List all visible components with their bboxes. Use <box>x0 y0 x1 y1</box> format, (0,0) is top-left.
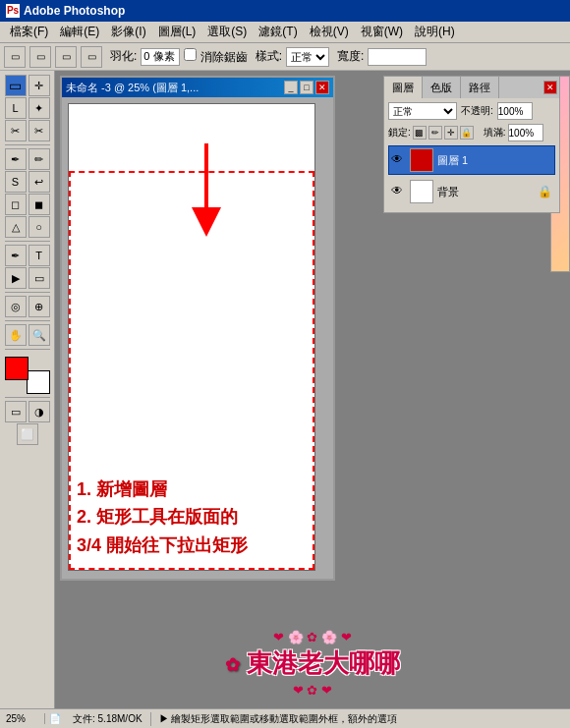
logo-decoration-bottom: ❤ ✿ ❤ <box>225 683 401 698</box>
tool-lasso[interactable]: L <box>5 97 27 119</box>
tool-brush[interactable]: ✏ <box>28 148 50 170</box>
lock-transparent[interactable]: ▩ <box>413 126 427 140</box>
foreground-color[interactable] <box>5 357 28 380</box>
toolbar-separator5 <box>5 349 50 350</box>
options-tool-btn3[interactable]: ▭ <box>55 46 77 68</box>
lock-move[interactable]: ✛ <box>444 126 458 140</box>
instruction-line1: 1. 新增圖層 <box>77 476 307 504</box>
svg-marker-1 <box>192 207 221 237</box>
tool-move[interactable]: ✛ <box>28 75 50 96</box>
width-input[interactable] <box>368 48 427 66</box>
color-swatches <box>5 357 50 394</box>
tool-screen-mode[interactable]: ⬜ <box>17 423 38 445</box>
maximize-button[interactable]: □ <box>300 81 314 94</box>
layer-visibility-1[interactable]: 👁 <box>391 184 407 199</box>
app-title: Adobe Photoshop <box>24 4 125 18</box>
layers-tabs: 圖層 色版 路徑 ✕ <box>384 77 559 98</box>
canvas: 1. 新增圖層 2. 矩形工具在版面的 3/4 開始往下拉出矩形 <box>68 103 315 571</box>
style-label: 樣式: <box>256 48 282 65</box>
menu-filter[interactable]: 濾鏡(T) <box>253 22 303 42</box>
tool-marquee-rect[interactable]: ▭ <box>5 75 27 96</box>
toolbar-separator1 <box>5 144 50 145</box>
menu-help[interactable]: 說明(H) <box>409 22 461 42</box>
tool-dodge[interactable]: ○ <box>28 216 50 238</box>
logo-container: ❤ 🌸 ✿ 🌸 ❤ ✿ 東港老大哪哪 ❤ ✿ ❤ <box>225 630 401 698</box>
layers-close-button[interactable]: ✕ <box>543 81 557 94</box>
tool-path-select[interactable]: ▶ <box>5 267 27 289</box>
doc-content: 1. 新增圖層 2. 矩形工具在版面的 3/4 開始往下拉出矩形 <box>62 97 333 579</box>
tool-slice[interactable]: ✂ <box>28 120 50 141</box>
menu-view[interactable]: 檢視(V) <box>304 22 355 42</box>
file-icon: 📄 <box>45 713 65 724</box>
tool-gradient[interactable]: ◼ <box>28 194 50 215</box>
blend-mode-select[interactable]: 正常 <box>388 102 457 120</box>
style-select[interactable]: 正常 <box>286 47 329 67</box>
tab-channels[interactable]: 色版 <box>423 77 461 98</box>
doc-titlebar: 未命名 -3 @ 25% (圖層 1,... _ □ ✕ <box>62 78 333 97</box>
lock-paint[interactable]: ✏ <box>428 126 442 140</box>
toolbar-separator4 <box>5 320 50 321</box>
opacity-input[interactable] <box>497 102 533 120</box>
layer-visibility-0[interactable]: 👁 <box>391 152 407 168</box>
status-message: ▶ 繪製矩形選取範圍或移動選取範圍外框，額外的選項 <box>151 712 564 726</box>
tool-shape[interactable]: ▭ <box>28 267 50 289</box>
width-label: 寬度: <box>337 48 364 65</box>
file-info: 文件: 5.18M/OK <box>65 712 151 726</box>
menu-file[interactable]: 檔案(F) <box>4 22 54 42</box>
instruction-text: 1. 新增圖層 2. 矩形工具在版面的 3/4 開始往下拉出矩形 <box>77 476 307 560</box>
tool-3d-orbit[interactable]: ⊕ <box>28 296 50 317</box>
minimize-button[interactable]: _ <box>284 81 298 94</box>
tool-history-brush[interactable]: ↩ <box>28 171 50 193</box>
menu-edit[interactable]: 編輯(E) <box>54 22 105 42</box>
options-tool-btn1[interactable]: ▭ <box>4 46 26 68</box>
menu-image[interactable]: 影像(I) <box>105 22 151 42</box>
background-color[interactable] <box>27 370 50 394</box>
layer-name-1: 背景 <box>437 185 459 199</box>
antialias-checkbox-label: 消除鋸齒 <box>184 48 247 66</box>
opacity-label: 不透明: <box>461 104 493 118</box>
tool-pen[interactable]: ✒ <box>5 245 27 266</box>
tool-crop[interactable]: ✂ <box>5 120 27 141</box>
tool-heal[interactable]: ✒ <box>5 148 27 170</box>
tool-quick-mask[interactable]: ◑ <box>28 401 50 422</box>
close-button[interactable]: ✕ <box>315 81 329 94</box>
doc-title: 未命名 -3 @ 25% (圖層 1,... <box>66 81 199 95</box>
logo-area: ❤ 🌸 ✿ 🌸 ❤ ✿ 東港老大哪哪 ❤ ✿ ❤ <box>55 630 570 698</box>
menu-select[interactable]: 選取(S) <box>201 22 253 42</box>
layer-lock-icon-1: 🔒 <box>538 185 552 198</box>
tool-stamp[interactable]: S <box>5 171 27 193</box>
doc-window: 未命名 -3 @ 25% (圖層 1,... _ □ ✕ <box>60 76 335 581</box>
menu-layer[interactable]: 圖層(L) <box>152 22 202 42</box>
doc-window-buttons: _ □ ✕ <box>284 81 329 94</box>
tool-blur[interactable]: △ <box>5 216 27 238</box>
tab-layers[interactable]: 圖層 <box>384 77 423 98</box>
zoom-level: 25% <box>6 713 45 724</box>
layers-panel: 圖層 色版 路徑 ✕ 正常 不透明: 鎖定: ▩ ✏ <box>383 76 560 213</box>
layer-mode-controls: 正常 不透明: <box>388 102 555 120</box>
fill-input[interactable] <box>508 124 543 141</box>
app-icon: Ps <box>6 4 20 18</box>
tool-standard-mode[interactable]: ▭ <box>5 401 27 422</box>
layer-item-1[interactable]: 👁 背景 🔒 <box>388 177 555 206</box>
antialias-checkbox[interactable] <box>184 48 197 61</box>
tool-text[interactable]: T <box>28 245 50 266</box>
tool-magic-wand[interactable]: ✦ <box>28 97 50 119</box>
instruction-line2: 2. 矩形工具在版面的 <box>77 503 307 532</box>
options-tool-btn2[interactable]: ▭ <box>29 46 51 68</box>
title-bar: Ps Adobe Photoshop <box>0 0 570 22</box>
lock-all[interactable]: 🔒 <box>460 126 474 140</box>
tab-paths[interactable]: 路徑 <box>461 77 499 98</box>
tool-3d-rotate[interactable]: ◎ <box>5 296 27 317</box>
lock-label: 鎖定: <box>388 126 411 140</box>
canvas-area: 未命名 -3 @ 25% (圖層 1,... _ □ ✕ <box>55 71 570 727</box>
logo-main-text: ✿ 東港老大哪哪 <box>225 646 401 681</box>
layer-item-0[interactable]: 👁 圖層 1 <box>388 145 555 175</box>
instruction-line3: 3/4 開始往下拉出矩形 <box>77 532 307 560</box>
tool-eraser[interactable]: ◻ <box>5 194 27 215</box>
workspace: ▭ ✛ L ✦ ✂ ✂ ✒ ✏ S ↩ ◻ ◼ △ ○ ✒ <box>0 71 570 727</box>
options-tool-btn4[interactable]: ▭ <box>81 46 102 68</box>
feather-input[interactable] <box>141 48 180 66</box>
menu-window[interactable]: 視窗(W) <box>355 22 409 42</box>
tool-hand[interactable]: ✋ <box>5 324 27 346</box>
tool-zoom[interactable]: 🔍 <box>28 324 50 346</box>
